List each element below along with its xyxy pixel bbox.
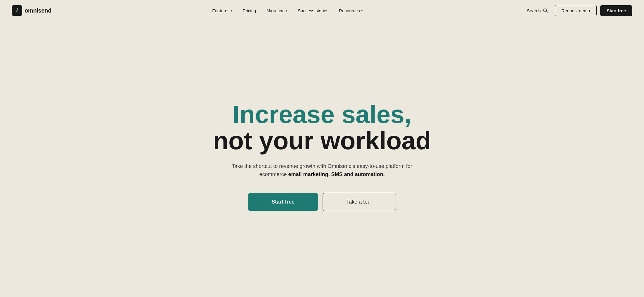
logo-text: omnisend — [25, 7, 51, 14]
logo-area: i omnisend — [12, 5, 51, 16]
search-icon — [543, 8, 548, 13]
chevron-down-icon: ▾ — [286, 9, 287, 12]
hero-take-tour-button[interactable]: Take a tour — [323, 193, 396, 211]
start-free-nav-button[interactable]: Start free — [600, 5, 632, 16]
nav-item-migration[interactable]: Migration ▾ — [262, 6, 292, 15]
search-button[interactable]: Search — [523, 6, 551, 15]
logo-icon: i — [12, 5, 22, 16]
nav-links: Features ▾ Pricing Migration ▾ Success s… — [207, 6, 367, 15]
navbar: i omnisend Features ▾ Pricing Migration … — [0, 0, 644, 21]
hero-subtext: Take the shortcut to revenue growth with… — [228, 162, 416, 179]
nav-item-pricing[interactable]: Pricing — [238, 6, 261, 15]
hero-section: Increase sales, not your workload Take t… — [0, 21, 644, 297]
hero-heading: Increase sales, not your workload — [213, 101, 431, 154]
nav-item-success-stories[interactable]: Success stories — [293, 6, 333, 15]
nav-actions: Search Request demo Start free — [523, 5, 632, 16]
hero-start-free-button[interactable]: Start free — [248, 193, 318, 211]
request-demo-button[interactable]: Request demo — [555, 5, 597, 16]
svg-point-0 — [543, 9, 547, 12]
hero-line2: not your workload — [213, 127, 431, 154]
nav-item-features[interactable]: Features ▾ — [207, 6, 237, 15]
nav-item-resources[interactable]: Resources ▾ — [334, 6, 367, 15]
chevron-down-icon: ▾ — [361, 9, 363, 12]
svg-line-1 — [546, 11, 547, 13]
chevron-down-icon: ▾ — [231, 9, 232, 12]
hero-buttons: Start free Take a tour — [248, 193, 396, 211]
hero-line1: Increase sales, — [213, 101, 431, 127]
